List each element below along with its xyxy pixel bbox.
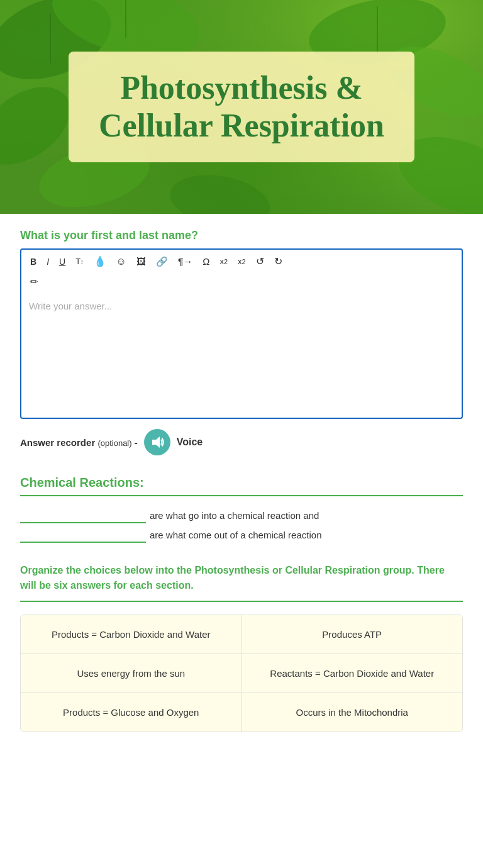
undo-button[interactable]: ↺ bbox=[252, 253, 268, 269]
editor-toolbar: B I U T↕ 💧 ☺ 🖼 🔗 ¶→ Ω x2 x2 ↺ ↻ ✏ bbox=[20, 248, 463, 293]
fontsize-button[interactable]: T↕ bbox=[72, 255, 87, 268]
recorder-label: Answer recorder (optional) - bbox=[20, 437, 138, 448]
redo-button[interactable]: ↻ bbox=[270, 253, 286, 269]
editor-placeholder: Write your answer... bbox=[29, 301, 112, 311]
voice-label: Voice bbox=[177, 437, 203, 448]
answer-editor[interactable]: Write your answer... bbox=[20, 293, 463, 419]
blank-row-1: are what go into a chemical reaction and bbox=[20, 509, 463, 523]
page-title: Photosynthesis & Cellular Respiration bbox=[99, 69, 384, 145]
main-content: What is your first and last name? B I U … bbox=[0, 214, 483, 747]
organize-divider bbox=[20, 601, 463, 602]
subscript-button[interactable]: x2 bbox=[216, 255, 232, 268]
emoji-button[interactable]: ☺ bbox=[113, 254, 130, 269]
title-line1: Photosynthesis & bbox=[120, 70, 363, 106]
organize-instruction: Organize the choices below into the Phot… bbox=[20, 563, 463, 593]
recorder-label-text: Answer recorder bbox=[20, 437, 95, 448]
chemical-reactions-divider bbox=[20, 495, 463, 496]
choices-row-1: Products = Carbon Dioxide and Water Prod… bbox=[21, 615, 462, 654]
omega-button[interactable]: Ω bbox=[199, 254, 213, 269]
blank-row-2: are what come out of a chemical reaction bbox=[20, 528, 463, 543]
choice-4-text: Reactants = Carbon Dioxide and Water bbox=[270, 668, 434, 679]
choice-5-text: Products = Glucose and Oxygen bbox=[63, 707, 199, 718]
chemical-reactions-title: Chemical Reactions: bbox=[20, 476, 463, 490]
svg-marker-11 bbox=[152, 437, 160, 448]
choices-row-3: Products = Glucose and Oxygen Occurs in … bbox=[21, 693, 462, 732]
svg-point-7 bbox=[166, 168, 274, 214]
choice-6[interactable]: Occurs in the Mitochondria bbox=[242, 693, 463, 732]
choice-3[interactable]: Uses energy from the sun bbox=[21, 654, 242, 693]
chemical-reactions-section: Chemical Reactions: are what go into a c… bbox=[20, 476, 463, 543]
choice-6-text: Occurs in the Mitochondria bbox=[296, 707, 408, 718]
choice-4[interactable]: Reactants = Carbon Dioxide and Water bbox=[242, 654, 463, 693]
link-button[interactable]: 🔗 bbox=[152, 254, 172, 269]
bold-button[interactable]: B bbox=[26, 255, 40, 269]
underline-button[interactable]: U bbox=[55, 255, 69, 269]
speaker-icon bbox=[150, 435, 164, 449]
recorder-optional: (optional) bbox=[97, 438, 131, 448]
reactants-input[interactable] bbox=[20, 509, 146, 523]
choice-5[interactable]: Products = Glucose and Oxygen bbox=[21, 693, 242, 732]
organize-section: Organize the choices below into the Phot… bbox=[20, 563, 463, 732]
eraser-button[interactable]: ✏ bbox=[26, 274, 42, 289]
blank1-suffix: are what go into a chemical reaction and bbox=[150, 510, 319, 521]
title-line2: Cellular Respiration bbox=[99, 108, 384, 143]
recorder-section: Answer recorder (optional) - Voice bbox=[20, 429, 463, 455]
image-button[interactable]: 🖼 bbox=[133, 254, 150, 269]
recorder-dash: - bbox=[135, 437, 138, 448]
choices-grid: Products = Carbon Dioxide and Water Prod… bbox=[20, 615, 463, 732]
italic-button[interactable]: I bbox=[43, 255, 53, 269]
voice-record-button[interactable] bbox=[144, 429, 170, 455]
superscript-button[interactable]: x2 bbox=[234, 255, 250, 268]
name-question-section: What is your first and last name? B I U … bbox=[20, 229, 463, 419]
choice-2-text: Produces ATP bbox=[322, 629, 382, 640]
choice-1-text: Products = Carbon Dioxide and Water bbox=[52, 629, 211, 640]
color-button[interactable]: 💧 bbox=[90, 253, 110, 269]
paragraph-button[interactable]: ¶→ bbox=[174, 254, 196, 269]
choice-2[interactable]: Produces ATP bbox=[242, 615, 463, 654]
choice-1[interactable]: Products = Carbon Dioxide and Water bbox=[21, 615, 242, 654]
choices-row-2: Uses energy from the sun Reactants = Car… bbox=[21, 654, 462, 693]
products-input[interactable] bbox=[20, 528, 146, 543]
title-box: Photosynthesis & Cellular Respiration bbox=[69, 52, 414, 162]
name-question-label: What is your first and last name? bbox=[20, 229, 463, 242]
choice-3-text: Uses energy from the sun bbox=[77, 668, 185, 679]
toolbar-row2: ✏ bbox=[26, 273, 457, 289]
blank2-suffix: are what come out of a chemical reaction bbox=[150, 530, 321, 540]
header-section: Photosynthesis & Cellular Respiration bbox=[0, 0, 483, 214]
